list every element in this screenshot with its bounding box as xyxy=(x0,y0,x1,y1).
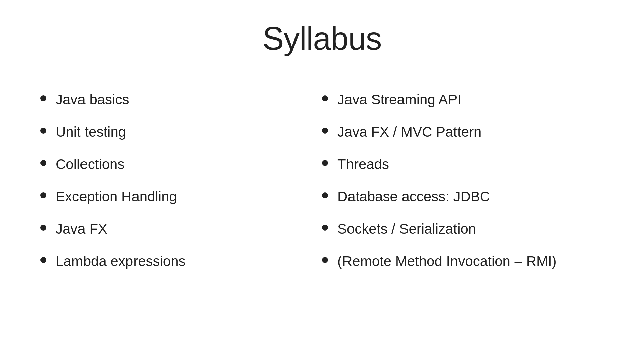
list-item-java-fx: Java FX xyxy=(40,220,322,238)
list-item-exception-handling: Exception Handling xyxy=(40,188,322,206)
page-title: Syllabus xyxy=(263,20,382,57)
list-item-collections: Collections xyxy=(40,155,322,174)
bullet-text: Database access: JDBC xyxy=(337,188,604,206)
bullet-text: Exception Handling xyxy=(56,188,322,206)
bullet-text: Collections xyxy=(56,155,322,174)
list-item-java-streaming-api: Java Streaming API xyxy=(322,90,604,109)
bullet-icon xyxy=(40,257,46,263)
bullet-text: (Remote Method Invocation – RMI) xyxy=(337,252,604,271)
bullet-icon xyxy=(322,257,328,263)
list-item-java-basics: Java basics xyxy=(40,90,322,109)
bullet-icon xyxy=(40,160,46,166)
page: Syllabus Java basics Unit testing Collec… xyxy=(0,0,644,362)
bullet-text: Java FX xyxy=(56,220,322,238)
list-item-database-access: Database access: JDBC xyxy=(322,188,604,206)
bullet-text: Java FX / MVC Pattern xyxy=(337,123,604,141)
bullet-text: Java basics xyxy=(56,90,322,109)
list-item-lambda-expressions: Lambda expressions xyxy=(40,252,322,271)
right-column: Java Streaming API Java FX / MVC Pattern… xyxy=(322,90,604,285)
bullet-text: Sockets / Serialization xyxy=(337,220,604,238)
bullet-text: Java Streaming API xyxy=(337,90,604,109)
bullet-icon xyxy=(40,128,46,134)
left-column: Java basics Unit testing Collections Exc… xyxy=(40,90,322,285)
list-item-threads: Threads xyxy=(322,155,604,174)
bullet-icon xyxy=(40,192,46,198)
bullet-icon xyxy=(40,225,46,231)
bullet-icon xyxy=(322,128,328,134)
bullet-icon xyxy=(322,225,328,231)
bullet-text: Threads xyxy=(337,155,604,174)
bullet-icon xyxy=(322,192,328,198)
list-item-sockets-serialization: Sockets / Serialization xyxy=(322,220,604,238)
list-item-rmi: (Remote Method Invocation – RMI) xyxy=(322,252,604,271)
bullet-icon xyxy=(322,160,328,166)
list-item-java-fx-mvc: Java FX / MVC Pattern xyxy=(322,123,604,141)
bullet-text: Unit testing xyxy=(56,123,322,141)
bullet-text: Lambda expressions xyxy=(56,252,322,271)
bullet-icon xyxy=(322,95,328,101)
list-item-unit-testing: Unit testing xyxy=(40,123,322,141)
bullet-icon xyxy=(40,95,46,101)
content-area: Java basics Unit testing Collections Exc… xyxy=(40,90,604,285)
